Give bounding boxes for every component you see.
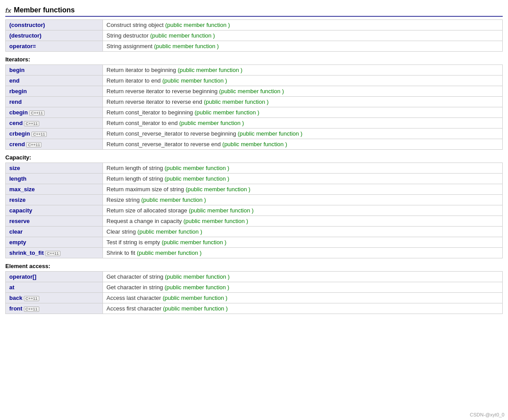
table-row: atGet character in string (public member…	[6, 282, 503, 293]
function-tag: (public member function )	[165, 175, 230, 182]
function-desc-cell: Return size of allocated storage (public…	[103, 205, 503, 216]
function-name-cell[interactable]: begin	[6, 65, 103, 76]
cpp-badge: C++11	[45, 251, 61, 256]
cpp-badge: C++11	[24, 296, 39, 301]
function-name-cell[interactable]: end	[6, 76, 103, 86]
function-tag: (public member function )	[165, 284, 230, 291]
function-name-cell[interactable]: backC++11	[6, 293, 103, 303]
function-desc-cell: Return maximum size of string (public me…	[103, 184, 503, 195]
function-desc-cell: Return iterator to beginning (public mem…	[103, 65, 503, 76]
function-tag: (public member function )	[178, 67, 243, 73]
function-tag: (public member function )	[238, 130, 303, 137]
function-name-cell[interactable]: capacity	[6, 205, 103, 216]
iterators-label: Iterators:	[5, 56, 503, 63]
function-tag: (public member function )	[137, 228, 202, 235]
cpp-badge: C++11	[26, 142, 42, 148]
function-tag: (public member function )	[165, 165, 230, 171]
iterators-table: beginReturn iterator to beginning (publi…	[5, 64, 503, 150]
function-desc-cell: Request a change in capacity (public mem…	[103, 216, 503, 227]
function-desc-cell: Return const_iterator to beginning (publ…	[103, 107, 503, 118]
function-tag: (public member function )	[194, 109, 259, 116]
capacity-label: Capacity:	[5, 154, 503, 161]
table-row: shrink_to_fitC++11Shrink to fit (public …	[6, 248, 503, 258]
function-name-cell[interactable]: max_size	[6, 184, 103, 195]
element-access-label: Element access:	[5, 263, 503, 269]
function-tag: (public member function )	[186, 186, 250, 193]
function-desc-cell: Shrink to fit (public member function )	[103, 248, 503, 258]
page-title: Member functions	[14, 6, 75, 14]
function-name-cell[interactable]: rend	[6, 97, 103, 107]
function-tag: (public member function )	[162, 239, 227, 246]
function-tag: (public member function )	[183, 218, 248, 224]
table-row: crendC++11Return const_reverse_iterator …	[6, 139, 503, 150]
function-tag: (public member function )	[165, 273, 230, 280]
function-name-cell[interactable]: empty	[6, 237, 103, 248]
table-row: lengthReturn length of string (public me…	[6, 174, 503, 184]
function-tag: (public member function )	[222, 141, 287, 148]
function-desc-cell: Return reverse iterator to reverse end (…	[103, 97, 503, 107]
function-desc-cell: Access first character (public member fu…	[103, 303, 503, 314]
function-desc-cell: Construct string object (public member f…	[103, 20, 503, 30]
cpp-badge: C++11	[29, 110, 45, 116]
function-name-cell[interactable]: resize	[6, 195, 103, 205]
function-tag: (public member function )	[150, 32, 215, 39]
function-desc-cell: Return length of string (public member f…	[103, 174, 503, 184]
function-tag: (public member function )	[137, 250, 202, 256]
function-name-cell[interactable]: at	[6, 282, 103, 293]
function-name-cell[interactable]: cendC++11	[6, 118, 103, 129]
function-name-cell[interactable]: length	[6, 174, 103, 184]
cpp-badge: C++11	[24, 306, 39, 312]
function-desc-cell: Return iterator to end (public member fu…	[103, 76, 503, 86]
function-tag: (public member function )	[189, 207, 254, 214]
function-desc-cell: Return const_iterator to end (public mem…	[103, 118, 503, 129]
table-row: rendReturn reverse iterator to reverse e…	[6, 97, 503, 107]
function-desc-cell: Return const_reverse_iterator to reverse…	[103, 139, 503, 150]
fx-icon: fx	[5, 7, 11, 14]
table-row: (constructor)Construct string object (pu…	[6, 20, 503, 30]
function-name-cell[interactable]: operator[]	[6, 272, 103, 282]
cpp-badge: C++11	[31, 132, 47, 137]
function-desc-cell: Resize string (public member function )	[103, 195, 503, 205]
function-tag: (public member function )	[154, 43, 219, 49]
function-name-cell[interactable]: clear	[6, 227, 103, 237]
section-header: fx Member functions	[5, 4, 503, 17]
table-row: cendC++11Return const_iterator to end (p…	[6, 118, 503, 129]
function-desc-cell: Access last character (public member fun…	[103, 293, 503, 303]
function-tag: (public member function )	[179, 120, 244, 126]
function-name-cell[interactable]: (destructor)	[6, 30, 103, 41]
function-name-cell[interactable]: shrink_to_fitC++11	[6, 248, 103, 258]
function-name-cell[interactable]: cbeginC++11	[6, 107, 103, 118]
table-row: frontC++11Access first character (public…	[6, 303, 503, 314]
function-tag: (public member function )	[165, 22, 230, 28]
table-row: emptyTest if string is empty (public mem…	[6, 237, 503, 248]
table-row: rbeginReturn reverse iterator to reverse…	[6, 86, 503, 97]
table-row: operator[]Get character of string (publi…	[6, 272, 503, 282]
table-row: max_sizeReturn maximum size of string (p…	[6, 184, 503, 195]
function-name-cell[interactable]: rbegin	[6, 86, 103, 97]
function-name-cell[interactable]: reserve	[6, 216, 103, 227]
element-access-table: operator[]Get character of string (publi…	[5, 271, 503, 314]
function-desc-cell: Test if string is empty (public member f…	[103, 237, 503, 248]
function-desc-cell: String assignment (public member functio…	[103, 41, 503, 52]
function-name-cell[interactable]: frontC++11	[6, 303, 103, 314]
function-desc-cell: Get character in string (public member f…	[103, 282, 503, 293]
function-name-cell[interactable]: crbeginC++11	[6, 129, 103, 139]
function-tag: (public member function )	[219, 88, 284, 95]
function-tag: (public member function )	[163, 295, 227, 301]
table-row: resizeResize string (public member funct…	[6, 195, 503, 205]
function-name-cell[interactable]: operator=	[6, 41, 103, 52]
table-row: sizeReturn length of string (public memb…	[6, 163, 503, 174]
table-row: backC++11Access last character (public m…	[6, 293, 503, 303]
function-name-cell[interactable]: size	[6, 163, 103, 174]
function-name-cell[interactable]: (constructor)	[6, 20, 103, 30]
table-row: operator=String assignment (public membe…	[6, 41, 503, 52]
function-desc-cell: String destructor (public member functio…	[103, 30, 503, 41]
table-row: cbeginC++11Return const_iterator to begi…	[6, 107, 503, 118]
function-desc-cell: Return reverse iterator to reverse begin…	[103, 86, 503, 97]
function-tag: (public member function )	[162, 77, 227, 84]
function-tag: (public member function )	[204, 98, 269, 105]
table-row: clearClear string (public member functio…	[6, 227, 503, 237]
function-desc-cell: Return const_reverse_iterator to reverse…	[103, 129, 503, 139]
table-row: crbeginC++11Return const_reverse_iterato…	[6, 129, 503, 139]
function-name-cell[interactable]: crendC++11	[6, 139, 103, 150]
